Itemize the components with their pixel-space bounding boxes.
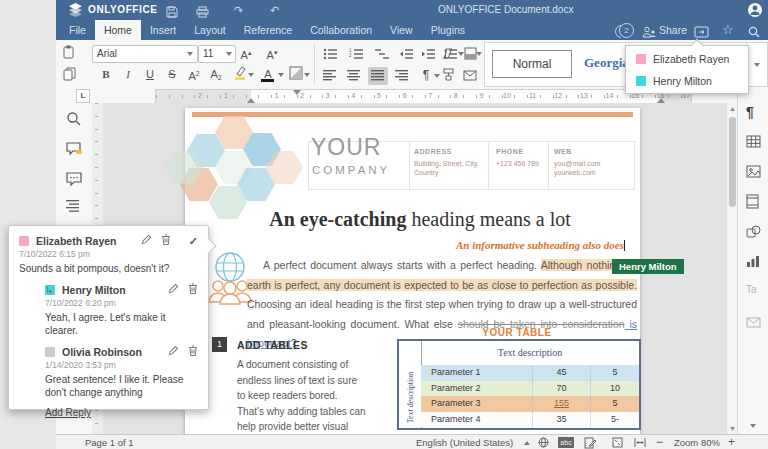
fit-width-button[interactable] [634,437,646,449]
superscript-button[interactable]: A2 [184,65,204,83]
edit-comment-icon[interactable] [168,281,179,297]
fit-page-button[interactable] [612,437,623,449]
increase-font-size-button[interactable]: A▴ [236,44,256,62]
tab-home[interactable]: Home [95,20,141,40]
zoom-in-button[interactable]: + [728,435,735,449]
align-right-button[interactable] [392,67,412,85]
align-justify-button[interactable] [368,67,388,85]
tab-plugins[interactable]: Plugins [422,20,474,40]
font-name-select[interactable]: Arial [92,45,198,63]
delete-comment-icon[interactable] [188,343,198,359]
company-name-line2: COMPANY [312,164,390,176]
styles-gallery-expand[interactable] [746,43,767,86]
horizontal-ruler[interactable]: 211234567891011121314151617 [155,89,692,104]
align-center-button[interactable] [344,67,364,85]
decrease-font-size-button[interactable]: A▾ [262,44,282,62]
table-row: Parameter 27010 [421,381,639,397]
undo-button[interactable]: ↶ [270,0,279,20]
paragraph-settings-icon[interactable]: ¶ [746,104,762,120]
table-settings-icon[interactable] [746,134,762,150]
bullet-list-button[interactable] [320,46,340,64]
comments-icon[interactable] [66,141,82,157]
tab-collaboration[interactable]: Collaboration [301,20,381,40]
shading-dropdown[interactable] [304,73,310,77]
numbered-list-button[interactable]: 12 [346,46,366,64]
delete-comment-icon[interactable] [188,281,198,297]
edit-comment-icon[interactable] [168,343,179,359]
edit-comment-icon[interactable] [141,232,152,248]
language-chevron-icon[interactable] [524,441,530,445]
table-cell-name: Parameter 4 [421,412,533,428]
spell-check-button[interactable]: abc [558,437,574,448]
align-left-button[interactable] [320,67,340,85]
italic-button[interactable]: I [118,65,138,83]
delete-comment-icon[interactable] [161,232,171,248]
scroll-down-icon[interactable]: ▼ [729,425,736,432]
font-color-button[interactable]: A [258,65,278,83]
mail-merge-button[interactable] [460,67,480,85]
show-paragraph-marks-button[interactable]: ¶ [416,66,436,84]
highlight-color-dropdown[interactable] [248,73,254,77]
multilevel-list-button[interactable] [372,46,392,64]
image-settings-icon[interactable] [746,164,762,180]
tab-view[interactable]: View [381,20,422,40]
font-color-dropdown[interactable] [278,73,284,77]
scroll-up-icon[interactable]: ▲ [729,105,736,112]
text-cursor [624,240,625,251]
strikethrough-button[interactable]: S [162,65,182,83]
font-size-select[interactable]: 11 [198,45,236,63]
navigation-headings-icon[interactable] [66,199,82,215]
subscript-button[interactable]: A2 [206,65,226,83]
chart-settings-icon[interactable] [746,254,762,270]
ruler-number: 2 [198,92,202,99]
background-dropdown[interactable] [476,52,482,56]
increase-indent-button[interactable] [418,46,438,64]
tab-insert[interactable]: Insert [141,20,185,40]
track-changes-button[interactable] [584,437,596,449]
tab-stop-selector[interactable]: L [76,89,90,103]
text-run-normal: A perfect document always starts with a … [263,259,541,271]
set-language-globe-icon[interactable] [538,437,549,449]
clear-style-button[interactable] [438,46,458,64]
tab-file[interactable]: File [60,20,95,40]
style-normal[interactable]: Normal [492,50,572,78]
style-georgia[interactable]: Georgia [584,50,629,76]
share-button[interactable]: Share [659,20,687,40]
favorite-star-button[interactable]: ☆ [722,21,734,39]
document-page[interactable]: ADDRESSBuilding, Street, City,CountryPHO… [185,108,640,434]
user-avatar[interactable] [748,3,762,17]
resolve-comment-icon[interactable]: ✓ [180,232,198,249]
language-select[interactable]: English (United States) [416,435,513,449]
comment-date: 1/14/2020 3:53 pm [45,359,198,371]
document-subheading: An informative subheading also does [215,239,625,251]
table-cell-name: Parameter 2 [421,381,533,397]
mail-merge-settings-icon [746,314,762,330]
coediting-user-list: Elizabeth RayenHenry Milton [626,46,748,92]
decrease-indent-button[interactable] [396,46,416,64]
highlight-color-button[interactable] [230,65,250,83]
tab-layout[interactable]: Layout [185,20,235,40]
redo-button[interactable]: ↷ [234,0,243,20]
add-reply-link[interactable]: Add Reply [45,407,91,418]
bold-button[interactable]: B [96,65,116,83]
scrollbar-thumb[interactable] [729,117,736,207]
zoom-out-button[interactable]: − [656,435,663,449]
coediting-user: Henry Milton [626,70,748,92]
tab-reference[interactable]: Reference [235,20,301,40]
paste-button[interactable] [62,45,78,65]
shape-settings-icon[interactable] [746,224,762,240]
panel-scroll-down-icon[interactable] [750,424,756,428]
ruler-number: 8 [454,92,458,99]
underline-button[interactable]: U [140,65,160,83]
user-name: Elizabeth Rayen [653,53,729,65]
copy-style-button[interactable] [438,67,458,85]
find-search-icon[interactable] [66,111,82,127]
tab-list: FileHomeInsertLayoutReferenceCollaborati… [60,20,474,40]
coediting-users-button[interactable]: 2 [619,23,634,38]
table-cell-value1: 35 [556,414,566,424]
contact-column-header: PHONE [496,148,523,155]
chat-icon[interactable] [66,171,82,187]
copy-button[interactable] [62,66,78,86]
header-footer-settings-icon[interactable] [746,194,762,210]
paragraph-shading-button[interactable] [286,66,306,84]
